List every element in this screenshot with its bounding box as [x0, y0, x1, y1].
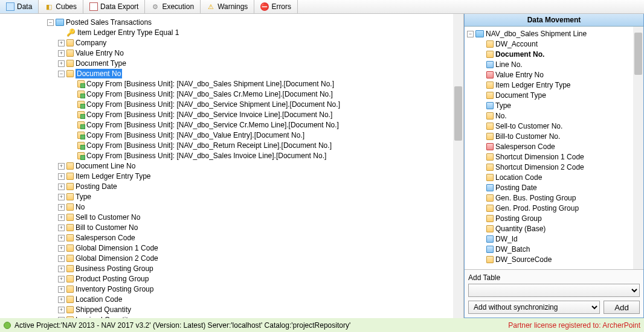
right-col[interactable]: Gen. Prod. Posting Group — [467, 203, 643, 213]
tab-errors[interactable]: ⛔Errors — [254, 0, 298, 13]
add-table-select[interactable] — [468, 284, 640, 297]
tree-root[interactable]: −Posted Sales Transactions — [47, 18, 463, 27]
column-icon — [66, 193, 74, 200]
right-col[interactable]: Item Ledger Entry Type — [467, 80, 643, 90]
column-icon — [486, 40, 494, 48]
tree-col[interactable]: +Document Line No — [47, 161, 463, 171]
expand-toggle[interactable]: + — [58, 204, 65, 211]
expand-toggle[interactable]: + — [58, 266, 65, 272]
expand-toggle[interactable]: + — [58, 184, 65, 190]
right-col[interactable]: Line No. — [467, 60, 643, 69]
right-col[interactable]: Shortcut Dimension 1 Code — [467, 152, 643, 162]
tree-col[interactable]: +Location Code — [47, 295, 463, 304]
tree-col[interactable]: +Item Ledger Entry Type — [47, 171, 463, 181]
expand-toggle[interactable]: + — [58, 225, 65, 231]
copy-icon — [77, 80, 85, 88]
tree-col[interactable]: +Sell to Customer No — [47, 212, 463, 222]
right-col[interactable]: Sell-to Customer No. — [467, 121, 643, 131]
scroll-thumb[interactable] — [634, 33, 642, 75]
expand-toggle[interactable]: + — [58, 255, 65, 262]
column-icon — [66, 173, 74, 180]
tab-cubes[interactable]: ◧Cubes — [39, 0, 83, 13]
tree-col[interactable]: +Global Dimension 2 Code — [47, 254, 463, 263]
tree-copy-from[interactable]: Copy From [Business Unit]: [NAV_dbo_Valu… — [47, 130, 463, 140]
right-col[interactable]: DW_SourceCode — [467, 255, 643, 264]
right-col[interactable]: Document No. — [467, 49, 643, 59]
add-button[interactable]: Add — [604, 301, 640, 314]
expand-toggle[interactable]: + — [58, 276, 65, 283]
add-table-section: Add Table Add without synchronizing Add — [465, 269, 643, 318]
right-col[interactable]: No. — [467, 111, 643, 121]
column-icon — [486, 102, 494, 109]
expand-toggle[interactable]: + — [58, 245, 65, 252]
expand-toggle[interactable]: + — [58, 214, 65, 221]
right-col[interactable]: Salesperson Code — [467, 142, 643, 152]
expand-toggle[interactable]: − — [58, 71, 65, 77]
tree-col[interactable]: +Posting Date — [47, 182, 463, 191]
expand-toggle[interactable]: − — [467, 31, 474, 37]
tree-col[interactable]: +Salesperson Code — [47, 233, 463, 243]
right-col[interactable]: DW_Batch — [467, 244, 643, 254]
scrollbar[interactable] — [453, 14, 463, 318]
tree-copy-from[interactable]: Copy From [Business Unit]: [NAV_dbo_Sale… — [47, 89, 463, 99]
expand-toggle[interactable]: + — [58, 40, 65, 46]
expand-toggle[interactable]: + — [58, 50, 65, 57]
tab-data[interactable]: Data — [0, 0, 39, 13]
tree-col[interactable]: +Company — [47, 38, 463, 48]
expand-toggle[interactable]: + — [58, 286, 65, 293]
column-icon — [486, 51, 494, 58]
tree-col[interactable]: +Business Posting Group — [47, 264, 463, 273]
tab-execution[interactable]: ⚙Execution — [145, 0, 201, 13]
right-col[interactable]: DW_Account — [467, 39, 643, 49]
tab-warnings[interactable]: ⚠Warnings — [201, 0, 254, 13]
right-col[interactable]: Shortcut Dimension 2 Code — [467, 162, 643, 172]
right-col[interactable]: Value Entry No — [467, 70, 643, 80]
right-col[interactable]: Bill-to Customer No. — [467, 132, 643, 141]
right-col[interactable]: Document Type — [467, 91, 643, 100]
expand-toggle[interactable]: + — [58, 296, 65, 303]
column-icon — [66, 162, 74, 170]
right-col[interactable]: Type — [467, 101, 643, 110]
tree-copy-from[interactable]: Copy From [Business Unit]: [NAV_dbo_Serv… — [47, 100, 463, 109]
add-mode-select[interactable]: Add without synchronizing — [468, 301, 600, 314]
tab-export[interactable]: Data Export — [83, 0, 145, 13]
tree-col[interactable]: +Inventory Posting Group — [47, 284, 463, 294]
tree-copy-from[interactable]: Copy From [Business Unit]: [NAV_dbo_Retu… — [47, 141, 463, 150]
tree-copy-from[interactable]: Copy From [Business Unit]: [NAV_dbo_Serv… — [47, 120, 463, 130]
expand-toggle[interactable]: − — [47, 19, 54, 26]
expand-toggle[interactable]: + — [58, 307, 65, 313]
tree-col[interactable]: +Bill to Customer No — [47, 223, 463, 232]
right-col[interactable]: Posting Date — [467, 183, 643, 193]
expand-toggle[interactable]: + — [58, 60, 65, 67]
tree-copy-from[interactable]: Copy From [Business Unit]: [NAV_dbo_Sale… — [47, 151, 463, 161]
right-col[interactable]: Gen. Bus. Posting Group — [467, 193, 643, 203]
tree-copy-from[interactable]: Copy From [Business Unit]: [NAV_dbo_Serv… — [47, 110, 463, 120]
expand-toggle[interactable]: + — [58, 194, 65, 200]
tree-col-expanded[interactable]: −Document No — [47, 69, 463, 78]
tree-col[interactable]: +Product Posting Group — [47, 274, 463, 284]
tree-col[interactable]: +Document Type — [47, 59, 463, 68]
copy-icon — [77, 101, 85, 108]
copy-icon — [77, 132, 85, 139]
column-icon — [486, 246, 494, 253]
tree-col[interactable]: +Value Entry No — [47, 48, 463, 58]
tree-col[interactable]: +Shipped Quantity — [47, 305, 463, 314]
scroll-thumb[interactable] — [454, 86, 462, 141]
tree-key[interactable]: 🔑Item Ledger Entry Type Equal 1 — [47, 28, 463, 37]
right-root[interactable]: −NAV_dbo_Sales Shipment Line — [467, 29, 643, 39]
expand-toggle[interactable]: + — [58, 163, 65, 170]
right-col[interactable]: Quantity (Base) — [467, 224, 643, 234]
right-col[interactable]: DW_Id — [467, 234, 643, 244]
right-col[interactable]: Posting Group — [467, 214, 643, 223]
scrollbar[interactable] — [633, 27, 643, 269]
tab-label: Errors — [271, 2, 291, 11]
column-icon — [486, 215, 494, 222]
tree-copy-from[interactable]: Copy From [Business Unit]: [NAV_dbo_Sale… — [47, 79, 463, 89]
expand-toggle[interactable]: + — [58, 235, 65, 241]
tree-col[interactable]: +Type — [47, 192, 463, 202]
tree-col[interactable]: +No — [47, 202, 463, 212]
expand-toggle[interactable]: + — [58, 173, 65, 180]
right-col[interactable]: Location Code — [467, 173, 643, 182]
tree-col[interactable]: +Global Dimension 1 Code — [47, 243, 463, 253]
column-icon — [66, 234, 74, 241]
